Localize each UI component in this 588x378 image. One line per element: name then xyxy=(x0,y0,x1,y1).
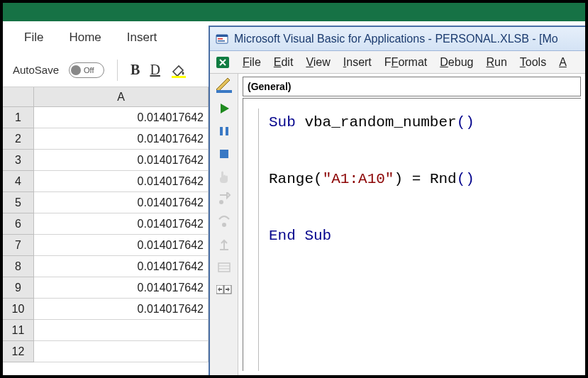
step-over-icon[interactable] xyxy=(216,214,232,230)
break-icon[interactable] xyxy=(216,123,232,139)
vbe-titlebar[interactable]: Microsoft Visual Basic for Applications … xyxy=(210,27,585,51)
vbe-title-text: Microsoft Visual Basic for Applications … xyxy=(234,33,558,45)
tab-insert[interactable]: Insert xyxy=(127,30,157,45)
svg-rect-8 xyxy=(226,127,228,135)
sheet-row: 10.014017642 xyxy=(3,107,209,128)
excel-titlebar xyxy=(3,3,585,21)
code-pane[interactable]: Sub vba_random_number() Range("A1:A10") … xyxy=(243,98,581,371)
watch-icon[interactable] xyxy=(216,260,232,275)
design-mode-icon[interactable] xyxy=(216,78,232,94)
step-into-icon[interactable] xyxy=(216,191,232,207)
menu-debug[interactable]: Debug xyxy=(440,56,473,69)
row-header[interactable]: 1 xyxy=(3,107,34,128)
code-text[interactable]: Sub vba_random_number() Range("A1:A10") … xyxy=(259,109,475,371)
row-header[interactable]: 5 xyxy=(3,192,34,213)
hand-icon[interactable] xyxy=(216,169,232,184)
svg-rect-13 xyxy=(218,263,230,272)
menu-run[interactable]: Run xyxy=(486,56,506,69)
row-header[interactable]: 7 xyxy=(3,235,34,256)
dropdown-value: (General) xyxy=(248,81,291,92)
procedure-dropdown[interactable]: (General) xyxy=(243,77,581,96)
svg-rect-12 xyxy=(220,249,228,250)
sheet-row: 11 xyxy=(3,320,209,341)
sheet-row: 90.014017642 xyxy=(3,277,209,299)
cell[interactable]: 0.014017642 xyxy=(34,256,209,277)
svg-rect-7 xyxy=(220,127,223,135)
toggle-knob xyxy=(71,65,81,75)
sheet-row: 100.014017642 xyxy=(3,299,209,320)
svg-rect-0 xyxy=(172,76,186,78)
row-header[interactable]: 11 xyxy=(3,320,34,341)
svg-point-11 xyxy=(222,223,226,227)
cell[interactable]: 0.014017642 xyxy=(34,235,209,256)
sheet-row: 60.014017642 xyxy=(3,213,209,235)
cell[interactable]: 0.014017642 xyxy=(34,192,209,213)
sheet-row: 40.014017642 xyxy=(3,171,209,192)
cell[interactable]: 0.014017642 xyxy=(34,277,209,299)
column-header-a[interactable]: A xyxy=(34,87,209,107)
cell[interactable]: 0.014017642 xyxy=(34,299,209,320)
vbe-menubar: File Edit View Insert FFormatormat Debug… xyxy=(210,51,585,74)
select-all-corner[interactable] xyxy=(3,87,34,107)
cell[interactable]: 0.014017642 xyxy=(34,128,209,150)
underline-button[interactable]: D xyxy=(150,62,160,78)
vbe-toolbox xyxy=(210,74,238,375)
svg-rect-9 xyxy=(220,150,228,158)
menu-addins[interactable]: A xyxy=(559,56,567,69)
svg-rect-6 xyxy=(216,90,232,93)
code-gutter xyxy=(246,109,259,371)
svg-rect-2 xyxy=(216,35,228,37)
row-header[interactable]: 6 xyxy=(3,213,34,235)
svg-point-10 xyxy=(219,200,223,204)
row-header[interactable]: 4 xyxy=(3,171,34,192)
svg-rect-4 xyxy=(218,40,225,42)
vbe-window: Microsoft Visual Basic for Applications … xyxy=(209,26,585,375)
menu-format[interactable]: FFormatormat xyxy=(384,56,427,69)
menu-insert[interactable]: Insert xyxy=(343,56,372,69)
autosave-toggle[interactable]: Off xyxy=(69,62,104,78)
sheet-row: 30.014017642 xyxy=(3,150,209,171)
sheet-row: 20.014017642 xyxy=(3,128,209,150)
vbe-app-icon xyxy=(216,33,228,45)
fill-color-icon[interactable] xyxy=(170,62,189,79)
menu-view[interactable]: View xyxy=(306,56,330,69)
vbe-excel-icon[interactable] xyxy=(216,55,230,70)
cell[interactable] xyxy=(34,341,209,362)
row-header[interactable]: 8 xyxy=(3,256,34,277)
row-header[interactable]: 3 xyxy=(3,150,34,171)
sheet-row: 12 xyxy=(3,341,209,362)
step-out-icon[interactable] xyxy=(216,237,232,252)
reset-icon[interactable] xyxy=(216,146,232,162)
row-header[interactable]: 12 xyxy=(3,341,34,362)
run-icon[interactable] xyxy=(216,101,232,116)
view-switch-icon[interactable] xyxy=(216,282,232,298)
row-header[interactable]: 9 xyxy=(3,277,34,299)
sheet-row: 80.014017642 xyxy=(3,256,209,277)
autosave-state: Off xyxy=(84,66,94,74)
cell[interactable]: 0.014017642 xyxy=(34,107,209,128)
svg-rect-3 xyxy=(218,38,223,40)
autosave-label: AutoSave xyxy=(13,64,59,76)
tab-home[interactable]: Home xyxy=(69,30,101,45)
menu-tools[interactable]: Tools xyxy=(520,56,546,69)
tab-file[interactable]: File xyxy=(24,30,43,45)
row-header[interactable]: 2 xyxy=(3,128,34,150)
row-header[interactable]: 10 xyxy=(3,299,34,320)
cell[interactable]: 0.014017642 xyxy=(34,213,209,235)
cell[interactable] xyxy=(34,320,209,341)
divider xyxy=(117,60,118,81)
cell[interactable]: 0.014017642 xyxy=(34,171,209,192)
menu-file[interactable]: File xyxy=(243,56,261,69)
sheet-row: 70.014017642 xyxy=(3,235,209,256)
cell[interactable]: 0.014017642 xyxy=(34,150,209,171)
sheet-row: 50.014017642 xyxy=(3,192,209,213)
menu-edit[interactable]: Edit xyxy=(274,56,294,69)
bold-button[interactable]: B xyxy=(131,62,140,78)
spreadsheet-grid[interactable]: A 10.01401764220.01401764230.01401764240… xyxy=(3,87,209,375)
